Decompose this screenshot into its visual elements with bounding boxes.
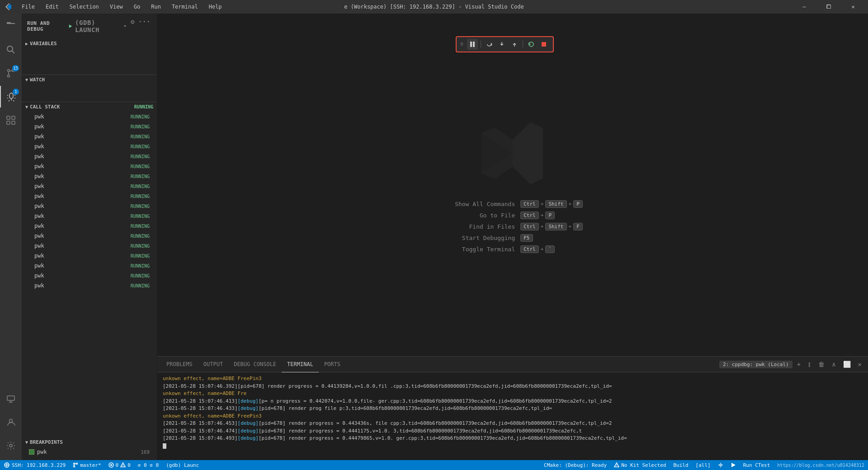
call-stack-item[interactable]: pwkRUNNING: [22, 281, 157, 291]
menu-terminal[interactable]: Terminal: [169, 3, 201, 11]
breakpoint-checkbox[interactable]: [29, 449, 34, 455]
menu-selection[interactable]: Selection: [67, 3, 102, 11]
activity-settings[interactable]: [0, 435, 22, 456]
menu-file[interactable]: File: [19, 3, 38, 11]
restart-button[interactable]: [526, 39, 537, 50]
terminal-split-icon[interactable]: ⫿: [805, 360, 814, 369]
pause-button[interactable]: [467, 39, 478, 50]
activity-debug[interactable]: 1: [0, 86, 22, 108]
call-stack-header[interactable]: ▼ CALL STACK RUNNING: [22, 102, 157, 112]
maximize-button[interactable]: ⧠: [818, 0, 839, 14]
git-branch-icon: [73, 462, 78, 468]
status-link[interactable]: https://blog.csdn.net/u014248312: [774, 460, 868, 470]
settings-icon[interactable]: ⚙: [130, 17, 136, 35]
call-stack-item[interactable]: pwkRUNNING: [22, 171, 157, 181]
variables-header[interactable]: ▶ VARIABLES: [22, 39, 157, 48]
variables-label: VARIABLES: [30, 41, 57, 47]
breakpoints-chevron: ▼: [25, 440, 28, 445]
terminal-content[interactable]: unkown effect, name=ADBE FreePin3[2021-0…: [157, 372, 868, 460]
status-info[interactable]: ⊘ 0 ⊘ 0: [134, 460, 162, 470]
vscode-logo: [476, 117, 549, 189]
call-stack-item[interactable]: pwkRUNNING: [22, 271, 157, 281]
tab-ports[interactable]: PORTS: [319, 357, 346, 372]
step-over-button[interactable]: [484, 39, 495, 50]
status-debug-config[interactable]: (gdb) Launc: [162, 460, 203, 470]
active-terminal-name[interactable]: 2: cppdbg: pwk (Local): [719, 361, 793, 368]
launch-config-selector[interactable]: (gdb) Launch: [67, 17, 128, 35]
drag-handle[interactable]: ⠿: [460, 42, 463, 47]
stop-button[interactable]: [538, 39, 549, 50]
status-cmake[interactable]: CMake: (Debug): Ready: [540, 460, 610, 470]
minimize-button[interactable]: —: [794, 0, 815, 14]
tab-problems[interactable]: PROBLEMS: [161, 357, 198, 372]
call-stack-item[interactable]: pwkRUNNING: [22, 251, 157, 261]
run-icon: [68, 24, 72, 28]
terminal-close-icon[interactable]: ✕: [855, 360, 864, 369]
status-run-debug[interactable]: [727, 460, 740, 470]
tab-terminal[interactable]: TERMINAL: [282, 357, 319, 372]
activity-remote[interactable]: [0, 388, 22, 409]
remote-icon: [4, 462, 10, 468]
call-stack-item[interactable]: pwkRUNNING: [22, 161, 157, 171]
step-out-button[interactable]: [509, 39, 520, 50]
terminal-add-icon[interactable]: +: [794, 360, 803, 369]
call-stack-item[interactable]: pwkRUNNING: [22, 261, 157, 271]
call-stack-item[interactable]: pwkRUNNING: [22, 112, 157, 122]
menu-go[interactable]: Go: [131, 3, 143, 11]
call-stack-item[interactable]: pwkRUNNING: [22, 231, 157, 241]
call-stack-item[interactable]: pwkRUNNING: [22, 201, 157, 211]
terminal-trash-icon[interactable]: 🗑: [816, 360, 827, 369]
activity-search[interactable]: [0, 39, 22, 61]
close-button[interactable]: ✕: [843, 0, 863, 14]
svg-marker-13: [124, 25, 127, 27]
breakpoint-name: pwk: [37, 449, 47, 455]
svg-point-20: [74, 466, 75, 467]
breakpoints-header[interactable]: ▼ BREAKPOINTS: [22, 437, 157, 447]
status-git[interactable]: master*: [69, 460, 104, 470]
activity-source-control[interactable]: 15: [0, 62, 22, 84]
terminal-maximize-icon[interactable]: ⬜: [840, 360, 854, 369]
sidebar: RUN AND DEBUG (gdb) Launch ⚙ ··· ▶ VARIA…: [22, 14, 157, 460]
call-stack-chevron: ▼: [25, 104, 28, 109]
call-stack-item[interactable]: pwkRUNNING: [22, 191, 157, 201]
menu-edit[interactable]: Edit: [43, 3, 61, 11]
status-target[interactable]: [all]: [692, 460, 714, 470]
terminal-line: [2021-05-28 15:07:46.433][debug][pid=678…: [163, 405, 863, 413]
watch-header[interactable]: ▼ WATCH: [22, 75, 157, 85]
call-stack-item[interactable]: pwkRUNNING: [22, 141, 157, 151]
status-build[interactable]: Build: [670, 460, 692, 470]
status-ssh[interactable]: SSH: 192.168.3.229: [0, 460, 69, 470]
menu-help[interactable]: Help: [206, 3, 225, 11]
terminal-tabs: PROBLEMS OUTPUT DEBUG CONSOLE TERMINAL P…: [157, 357, 868, 372]
shortcut-label-find: Find in Files: [443, 223, 515, 230]
activity-extensions[interactable]: [0, 109, 22, 131]
status-ctest[interactable]: Run CTest: [740, 460, 774, 470]
shortcut-commands: Show All Commands Ctrl + Shift + P: [443, 200, 583, 208]
menu-run[interactable]: Run: [148, 3, 164, 11]
menu-view[interactable]: View: [107, 3, 126, 11]
call-stack-item[interactable]: pwkRUNNING: [22, 221, 157, 231]
tab-output[interactable]: OUTPUT: [198, 357, 228, 372]
gear-small-icon: [718, 462, 723, 468]
call-stack-item[interactable]: pwkRUNNING: [22, 181, 157, 191]
call-stack-item[interactable]: pwkRUNNING: [22, 151, 157, 161]
call-stack-item[interactable]: pwkRUNNING: [22, 132, 157, 141]
activity-account[interactable]: [0, 411, 22, 433]
call-stack-item[interactable]: pwkRUNNING: [22, 241, 157, 251]
step-into-button[interactable]: [496, 39, 507, 50]
status-no-kit[interactable]: No Kit Selected: [610, 460, 670, 470]
call-stack-item[interactable]: pwkRUNNING: [22, 211, 157, 221]
status-errors[interactable]: 0 0: [105, 460, 134, 470]
call-stack-item[interactable]: pwkRUNNING: [22, 122, 157, 132]
tab-debug-console[interactable]: DEBUG CONSOLE: [228, 357, 282, 372]
warning-small-icon: [614, 462, 619, 468]
activity-explorer[interactable]: [0, 15, 22, 37]
shortcut-file: Go to File Ctrl + P: [443, 212, 555, 219]
svg-rect-14: [470, 42, 472, 47]
terminal-chevron-up-icon[interactable]: ∧: [829, 360, 838, 369]
breakpoints-content: pwk 169: [22, 447, 157, 457]
terminal-line: [2021-05-28 15:07:46.493][debug][pid=678…: [163, 435, 863, 442]
variables-section: ▶ VARIABLES: [22, 39, 157, 75]
more-icon[interactable]: ···: [137, 17, 151, 35]
status-gear[interactable]: [714, 460, 727, 470]
